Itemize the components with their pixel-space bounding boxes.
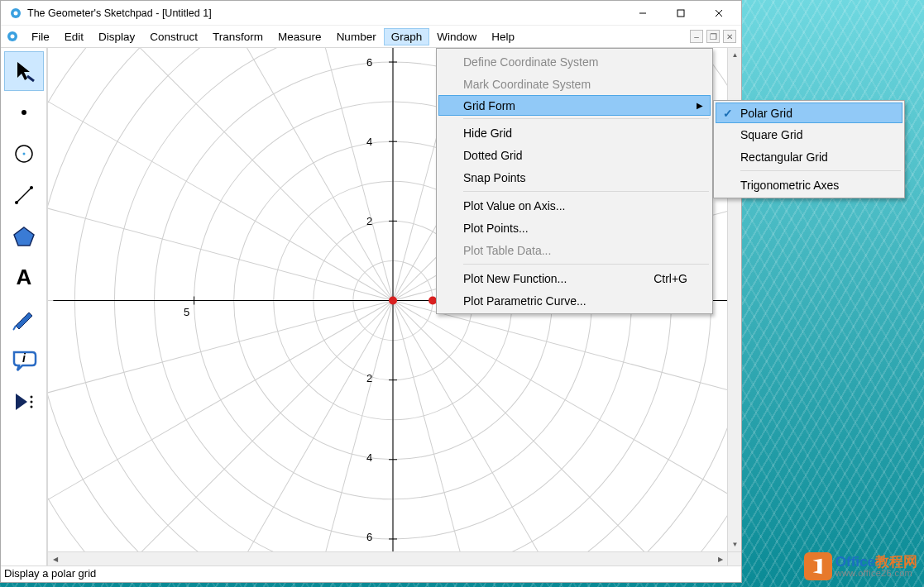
menu-separator <box>463 118 709 119</box>
status-text: Display a polar grid <box>4 567 96 580</box>
tool-point[interactable] <box>4 93 44 132</box>
svg-text:A: A <box>16 265 31 289</box>
scroll-left-button[interactable]: ◀ <box>48 552 62 566</box>
axis-label: 2 <box>366 215 372 227</box>
statusbar: Display a polar grid <box>1 566 741 582</box>
tool-text[interactable]: A <box>4 258 44 298</box>
svg-line-46 <box>186 300 393 566</box>
svg-line-11 <box>16 187 32 203</box>
menu-display[interactable]: Display <box>91 28 142 45</box>
scroll-right-button[interactable]: ▶ <box>713 552 727 566</box>
submenu-polar-grid[interactable]: ✓Polar Grid <box>716 103 902 123</box>
svg-point-63 <box>389 296 397 304</box>
axis-label: 4 <box>366 136 372 148</box>
axis-label: 5 <box>184 306 189 318</box>
menu-plot-table[interactable]: Plot Table Data... <box>438 239 711 261</box>
menu-plot-parametric[interactable]: Plot Parametric Curve... <box>438 289 711 312</box>
svg-line-45 <box>99 300 393 566</box>
menu-define-coord[interactable]: Define Coordinate System <box>438 50 711 73</box>
axis-label: 4 <box>366 451 372 464</box>
tool-arrow[interactable] <box>4 51 44 91</box>
menu-plot-points[interactable]: Plot Points... <box>438 217 711 239</box>
scrollbar-corner <box>727 551 741 566</box>
svg-point-18 <box>30 401 32 403</box>
tool-custom[interactable] <box>4 382 44 422</box>
menu-separator <box>463 191 709 192</box>
window-title: The Geometer's Sketchpad - [Untitled 1] <box>27 7 212 19</box>
svg-text:i: i <box>22 351 26 365</box>
menu-plot-function[interactable]: Plot New Function...Ctrl+G <box>438 267 711 289</box>
watermark-logo: Office教程网 www.office26.com <box>804 552 917 580</box>
menu-dotted-grid[interactable]: Dotted Grid <box>438 144 711 166</box>
titlebar[interactable]: The Geometer's Sketchpad - [Untitled 1] <box>1 1 741 26</box>
mdi-minimize-button[interactable]: – <box>690 30 703 43</box>
svg-line-41 <box>48 193 393 300</box>
svg-line-44 <box>48 300 393 507</box>
tool-line[interactable] <box>4 175 44 215</box>
svg-line-37 <box>286 48 393 300</box>
watermark-url: www.office26.com <box>835 569 917 578</box>
menu-snap-points[interactable]: Snap Points <box>438 166 711 189</box>
svg-point-12 <box>15 201 18 204</box>
graph-menu-popup: Define Coordinate System Mark Coordinate… <box>436 48 713 314</box>
office-badge-icon <box>804 552 832 580</box>
submenu-trig-axes[interactable]: Trigonometric Axes <box>716 174 902 196</box>
svg-marker-14 <box>14 227 34 246</box>
tool-info[interactable]: i <box>4 341 44 380</box>
horizontal-scrollbar[interactable]: ◀ ▶ <box>48 551 727 566</box>
grid-form-submenu: ✓Polar Grid Square Grid Rectangular Grid… <box>713 100 905 198</box>
menu-transform[interactable]: Transform <box>205 28 270 45</box>
tool-circle[interactable] <box>4 134 44 174</box>
menu-separator <box>740 170 901 171</box>
check-icon: ✓ <box>723 107 733 120</box>
mdi-close-button[interactable]: ✕ <box>723 30 736 43</box>
maximize-button[interactable] <box>662 1 700 26</box>
menu-help[interactable]: Help <box>484 28 522 45</box>
menu-separator <box>463 264 709 265</box>
svg-line-52 <box>393 300 741 507</box>
document-icon <box>6 30 19 43</box>
axis-label: 2 <box>366 372 372 384</box>
app-icon <box>9 7 22 20</box>
submenu-arrow-icon: ▶ <box>697 101 703 110</box>
svg-line-49 <box>393 300 500 566</box>
svg-point-17 <box>30 396 32 398</box>
menubar: File Edit Display Construct Transform Me… <box>1 26 741 48</box>
svg-point-10 <box>22 153 25 155</box>
menu-measure[interactable]: Measure <box>270 28 329 45</box>
menu-mark-coord[interactable]: Mark Coordinate System <box>438 73 711 95</box>
tool-polygon[interactable] <box>4 217 44 256</box>
menu-number[interactable]: Number <box>329 28 384 45</box>
menu-graph[interactable]: Graph <box>384 28 430 45</box>
mdi-controls: – ❐ ✕ <box>690 30 736 43</box>
svg-point-1 <box>14 11 18 15</box>
svg-line-43 <box>48 300 393 407</box>
svg-line-39 <box>99 48 393 300</box>
svg-rect-3 <box>677 10 684 17</box>
axis-label: 6 <box>366 531 372 543</box>
scroll-down-button[interactable]: ▼ <box>728 537 742 551</box>
menu-file[interactable]: File <box>24 28 57 45</box>
menu-edit[interactable]: Edit <box>57 28 91 45</box>
axis-label: 6 <box>366 56 372 69</box>
svg-line-40 <box>48 93 393 300</box>
submenu-rectangular-grid[interactable]: Rectangular Grid <box>716 146 902 168</box>
menu-plot-value[interactable]: Plot Value on Axis... <box>438 194 711 217</box>
mdi-restore-button[interactable]: ❐ <box>706 30 720 43</box>
close-button[interactable] <box>700 1 738 26</box>
svg-point-19 <box>30 406 32 408</box>
minimize-button[interactable] <box>624 1 662 26</box>
scroll-up-button[interactable]: ▲ <box>728 48 742 62</box>
menu-grid-form[interactable]: Grid Form▶ <box>438 95 711 116</box>
submenu-square-grid[interactable]: Square Grid <box>716 123 902 146</box>
menu-construct[interactable]: Construct <box>142 28 205 45</box>
svg-point-8 <box>22 110 26 115</box>
svg-point-13 <box>30 186 33 189</box>
svg-line-47 <box>286 300 393 566</box>
menu-hide-grid[interactable]: Hide Grid <box>438 122 711 144</box>
svg-line-51 <box>393 300 687 566</box>
tool-marker[interactable] <box>4 299 44 339</box>
toolbar: A i <box>1 48 47 566</box>
menu-window[interactable]: Window <box>429 28 484 45</box>
svg-point-7 <box>11 35 15 39</box>
